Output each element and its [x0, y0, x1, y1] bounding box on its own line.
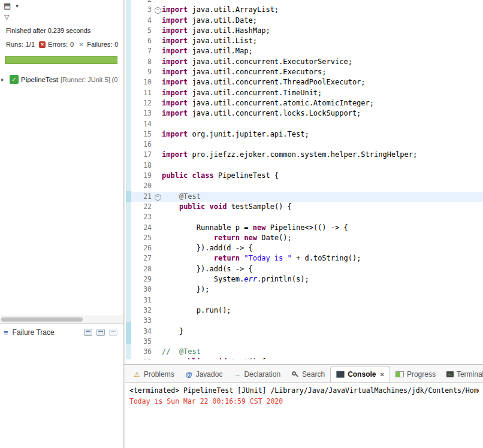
code-line-5[interactable]: 5import java.util.HashMap;: [131, 26, 483, 36]
line-number[interactable]: 32: [131, 305, 153, 316]
line-number[interactable]: 6: [131, 36, 153, 46]
line-number[interactable]: 10: [131, 77, 153, 87]
code-line-31[interactable]: 31: [131, 295, 483, 305]
line-number[interactable]: 2: [131, 0, 153, 5]
code-line-23[interactable]: 23: [131, 212, 483, 222]
code-text: import java.util.concurrent.TimeUnit;: [162, 88, 483, 98]
line-number[interactable]: 25: [131, 233, 153, 243]
view-menu-icon[interactable]: ▤: [4, 1, 11, 10]
tab-declaration[interactable]: →Declaration: [228, 367, 286, 382]
line-number[interactable]: 17: [131, 150, 153, 160]
code-line-15[interactable]: 15import org.junit.jupiter.api.Test;: [131, 129, 483, 140]
scrollbar-thumb[interactable]: [1, 317, 83, 322]
line-number[interactable]: 7: [131, 46, 153, 56]
code-line-9[interactable]: 9import java.util.concurrent.Executors;: [131, 67, 483, 77]
horizontal-scrollbar[interactable]: [0, 316, 123, 323]
code-line-8[interactable]: 8import java.util.concurrent.ExecutorSer…: [131, 57, 483, 67]
code-line-21[interactable]: 21− @Test: [131, 192, 483, 202]
line-number[interactable]: 21: [131, 192, 153, 202]
tab-terminal[interactable]: >_Terminal: [441, 367, 483, 382]
line-number[interactable]: 14: [131, 119, 153, 129]
line-number[interactable]: 35: [131, 337, 153, 347]
code-line-30[interactable]: 30 });: [131, 284, 483, 295]
code-line-29[interactable]: 29 System.err.println(s);: [131, 274, 483, 284]
line-number[interactable]: 26: [131, 243, 153, 253]
tab-javadoc[interactable]: @Javadoc: [180, 367, 228, 382]
line-number[interactable]: 20: [131, 181, 153, 191]
code-line-26[interactable]: 26 }).add(d -> {: [131, 243, 483, 253]
line-number[interactable]: 9: [131, 67, 153, 77]
code-line-10[interactable]: 10import java.util.concurrent.ThreadPool…: [131, 77, 483, 87]
code-line-37[interactable]: 37 public void test() {: [131, 357, 483, 359]
code-line-35[interactable]: 35: [131, 337, 483, 347]
line-number[interactable]: 5: [131, 26, 153, 36]
tab-problems[interactable]: ⚠Problems: [128, 367, 180, 382]
code-line-19[interactable]: 19public class PipelineTest {: [131, 171, 483, 181]
code-line-13[interactable]: 13import java.util.concurrent.locks.Lock…: [131, 108, 483, 119]
close-icon[interactable]: ×: [380, 371, 384, 378]
code-line-12[interactable]: 12import java.util.concurrent.atomic.Ato…: [131, 98, 483, 108]
line-number[interactable]: 27: [131, 253, 153, 264]
open-trace-icon[interactable]: [109, 329, 117, 336]
code-line-32[interactable]: 32 p.run();: [131, 305, 483, 316]
show-trace-in-console-icon[interactable]: [84, 329, 92, 336]
code-line-4[interactable]: 4import java.util.Date;: [131, 16, 483, 26]
line-number[interactable]: 29: [131, 274, 153, 284]
test-tree-item-pipelinetest[interactable]: ▸ ✓ PipelineTest [Runner: JUnit 5] (0: [1, 74, 123, 85]
tab-progress[interactable]: Progress: [390, 367, 441, 382]
tab-console[interactable]: Console×: [330, 367, 390, 382]
code-editor[interactable]: 23−import java.util.ArrayList;4import ja…: [126, 0, 483, 359]
code-line-3[interactable]: 3−import java.util.ArrayList;: [131, 5, 483, 15]
code-line-25[interactable]: 25 return new Date();: [131, 233, 483, 243]
line-number[interactable]: 16: [131, 140, 153, 150]
tab-search[interactable]: Search: [286, 367, 330, 382]
line-number[interactable]: 19: [131, 171, 153, 181]
line-number[interactable]: 24: [131, 223, 153, 233]
collapse-minus-icon[interactable]: −: [155, 7, 161, 14]
collapse-minus-icon[interactable]: −: [155, 194, 161, 201]
code-line-2[interactable]: 2: [131, 0, 483, 5]
line-number[interactable]: 31: [131, 295, 153, 305]
line-number[interactable]: 28: [131, 264, 153, 274]
line-number[interactable]: 8: [131, 57, 153, 67]
dropdown-caret-icon[interactable]: ▾: [16, 3, 19, 9]
line-number[interactable]: 11: [131, 88, 153, 98]
code-text: public void testSample() {: [162, 202, 483, 212]
line-number[interactable]: 3: [131, 5, 153, 15]
code-line-34[interactable]: 34 }: [131, 326, 483, 337]
line-number[interactable]: 37: [131, 357, 153, 359]
code-line-17[interactable]: 17import pro.jiefzz.ejoker.common.system…: [131, 150, 483, 160]
code-line-20[interactable]: 20: [131, 181, 483, 191]
console-output[interactable]: <terminated> PipelineTest [JUnit] /Libra…: [125, 383, 483, 409]
line-number[interactable]: 4: [131, 16, 153, 26]
expand-arrow-icon[interactable]: ▸: [1, 76, 7, 83]
code-line-7[interactable]: 7import java.util.Map;: [131, 46, 483, 56]
fold-marker-icon[interactable]: −: [153, 5, 162, 15]
code-line-36[interactable]: 36// @Test: [131, 347, 483, 357]
line-number[interactable]: 34: [131, 326, 153, 337]
code-line-16[interactable]: 16: [131, 140, 483, 150]
code-line-33[interactable]: 33: [131, 316, 483, 326]
code-line-22[interactable]: 22 public void testSample() {: [131, 202, 483, 212]
fold-marker-icon[interactable]: −: [153, 192, 162, 202]
code-line-24[interactable]: 24 Runnable p = new Pipeline<>(() -> {: [131, 223, 483, 233]
line-number[interactable]: 15: [131, 129, 153, 140]
line-number[interactable]: 33: [131, 316, 153, 326]
code-line-6[interactable]: 6import java.util.List;: [131, 36, 483, 46]
line-number[interactable]: 22: [131, 202, 153, 212]
code-line-14[interactable]: 14: [131, 119, 483, 129]
code-line-11[interactable]: 11import java.util.concurrent.TimeUnit;: [131, 88, 483, 98]
line-number[interactable]: 36: [131, 347, 153, 357]
collapse-chevron-icon[interactable]: ▽: [4, 13, 9, 21]
code-line-27[interactable]: 27 return "Today is " + d.toString();: [131, 253, 483, 264]
line-number[interactable]: 18: [131, 161, 153, 171]
line-number[interactable]: 23: [131, 212, 153, 222]
code-line-28[interactable]: 28 }).add(s -> {: [131, 264, 483, 274]
line-number[interactable]: 12: [131, 98, 153, 108]
code-line-18[interactable]: 18: [131, 161, 483, 171]
line-number[interactable]: 13: [131, 108, 153, 119]
line-number[interactable]: 30: [131, 284, 153, 295]
compare-result-icon[interactable]: [96, 329, 105, 336]
code-text: import java.util.concurrent.atomic.Atomi…: [162, 98, 483, 108]
annotation-ruler[interactable]: [126, 0, 131, 359]
